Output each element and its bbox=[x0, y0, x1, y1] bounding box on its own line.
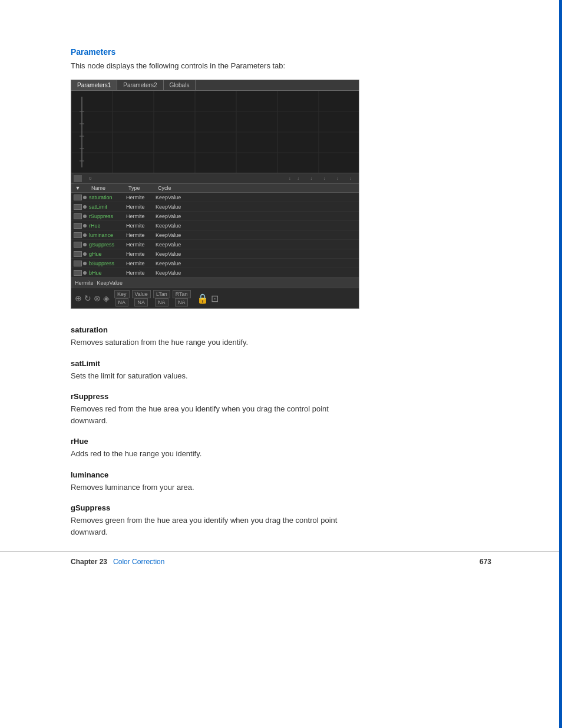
param-name-luminance: luminance bbox=[71, 470, 491, 479]
graph-svg bbox=[71, 91, 359, 173]
edit-icon[interactable] bbox=[74, 175, 82, 182]
lock-icon[interactable]: 🔒 bbox=[197, 293, 209, 304]
param-name-rSuppress: rSuppress bbox=[71, 392, 491, 401]
row-type: Hermite bbox=[126, 261, 156, 266]
row-type: Hermite bbox=[126, 204, 156, 210]
param-desc-luminance: Removes luminance from your area. bbox=[71, 482, 491, 493]
table-row[interactable]: saturation Hermite KeepValue bbox=[71, 193, 359, 202]
row-name: rSuppress bbox=[89, 213, 126, 219]
col-type: Type bbox=[128, 185, 158, 191]
row-type: Hermite bbox=[126, 270, 156, 276]
row-check[interactable] bbox=[74, 232, 82, 238]
page-footer: Chapter 23 Color Correction 673 bbox=[0, 551, 562, 566]
param-desc-saturation: Removes saturation from the hue range yo… bbox=[71, 337, 491, 348]
footer-chapter-name: Color Correction bbox=[113, 558, 164, 566]
ltan-field-label: LTan bbox=[153, 290, 170, 298]
row-check[interactable] bbox=[74, 195, 82, 200]
row-name: satLimit bbox=[89, 204, 126, 210]
row-check[interactable] bbox=[74, 270, 82, 276]
row-cycle: KeepValue bbox=[156, 195, 188, 200]
row-check[interactable] bbox=[74, 223, 82, 229]
value-field-label: Value bbox=[132, 290, 151, 298]
scale-icon[interactable]: ⊗ bbox=[94, 294, 101, 303]
col-name: Name bbox=[90, 185, 128, 191]
hermite-label: Hermite bbox=[75, 280, 94, 286]
right-blue-bar bbox=[559, 0, 562, 728]
row-name: saturation bbox=[89, 195, 126, 200]
parameters-ui: Parameters1 Parameters2 Globals bbox=[71, 80, 359, 309]
move-icon[interactable]: ⊕ bbox=[75, 294, 82, 303]
rtan-field-value[interactable]: NA bbox=[175, 298, 189, 307]
keyframe-bar: ⊕ ↻ ⊗ ◈ Key NA Value NA LTan NA RTa bbox=[71, 288, 359, 308]
graph-edit-bar: 0 ↓ ↓ ↓ ↓ ↓ ↓ bbox=[71, 173, 359, 184]
table-row[interactable]: gHue Hermite KeepValue bbox=[71, 249, 359, 259]
section-title: Parameters bbox=[71, 47, 491, 57]
table-row[interactable]: bSuppress Hermite KeepValue bbox=[71, 259, 359, 268]
row-type: Hermite bbox=[126, 195, 156, 200]
row-name: rHue bbox=[89, 223, 126, 229]
row-name: bSuppress bbox=[89, 261, 126, 266]
param-saturation: saturation Removes saturation from the h… bbox=[71, 325, 491, 348]
row-cycle: KeepValue bbox=[156, 261, 188, 266]
row-name: gSuppress bbox=[89, 242, 126, 248]
tab-globals[interactable]: Globals bbox=[164, 80, 196, 90]
row-dot bbox=[83, 271, 87, 275]
table-row[interactable]: rSuppress Hermite KeepValue bbox=[71, 212, 359, 221]
row-cycle: KeepValue bbox=[156, 223, 188, 229]
key-icon[interactable]: ◈ bbox=[103, 294, 110, 303]
footer-page: 673 bbox=[480, 558, 491, 566]
page-container: Parameters This node displays the follow… bbox=[0, 0, 562, 584]
params-table: saturation Hermite KeepValue satLimit He… bbox=[71, 193, 359, 278]
row-type: Hermite bbox=[126, 242, 156, 248]
row-name: bHue bbox=[89, 270, 126, 276]
row-name: luminance bbox=[89, 232, 126, 238]
row-check[interactable] bbox=[74, 213, 82, 219]
param-name-rHue: rHue bbox=[71, 437, 491, 446]
param-rHue: rHue Adds red to the hue range you ident… bbox=[71, 437, 491, 460]
row-check[interactable] bbox=[74, 251, 82, 257]
table-row[interactable]: satLimit Hermite KeepValue bbox=[71, 202, 359, 212]
row-dot bbox=[83, 262, 87, 265]
row-dot bbox=[83, 224, 87, 228]
param-desc-rHue: Adds red to the hue range you identify. bbox=[71, 448, 491, 460]
row-cycle: KeepValue bbox=[156, 232, 188, 238]
row-cycle: KeepValue bbox=[156, 270, 188, 276]
param-name-gSuppress: gSuppress bbox=[71, 503, 491, 512]
col-check: ▼ bbox=[74, 185, 82, 191]
row-cycle: KeepValue bbox=[156, 213, 188, 219]
param-name-satLimit: satLimit bbox=[71, 359, 491, 368]
param-luminance: luminance Removes luminance from your ar… bbox=[71, 470, 491, 493]
keepvalue-label: KeepValue bbox=[97, 280, 123, 286]
table-header: ▼ Name Type Cycle bbox=[71, 184, 359, 193]
table-row[interactable]: luminance Hermite KeepValue bbox=[71, 230, 359, 240]
value-field-value[interactable]: NA bbox=[134, 298, 148, 307]
expand-icon[interactable]: ⊡ bbox=[211, 293, 219, 304]
graph-area bbox=[71, 91, 359, 173]
row-check[interactable] bbox=[74, 204, 82, 210]
table-row[interactable]: rHue Hermite KeepValue bbox=[71, 221, 359, 230]
param-desc-gSuppress: Removes green from the hue area you iden… bbox=[71, 515, 491, 538]
ltan-field-value[interactable]: NA bbox=[155, 298, 168, 307]
hermite-bar: Hermite KeepValue bbox=[71, 278, 359, 288]
row-dot bbox=[83, 243, 87, 246]
col-cycle: Cycle bbox=[158, 185, 190, 191]
tab-parameters1[interactable]: Parameters1 bbox=[71, 80, 117, 90]
rtan-field-label: RTan bbox=[173, 290, 191, 298]
row-cycle: KeepValue bbox=[156, 204, 188, 210]
row-check[interactable] bbox=[74, 261, 82, 266]
row-type: Hermite bbox=[126, 213, 156, 219]
param-rSuppress: rSuppress Removes red from the hue area … bbox=[71, 392, 491, 426]
col-dot bbox=[82, 185, 90, 191]
rotate-icon[interactable]: ↻ bbox=[84, 294, 91, 303]
key-field-value[interactable]: NA bbox=[115, 298, 129, 307]
row-check[interactable] bbox=[74, 242, 82, 248]
table-row[interactable]: bHue Hermite KeepValue bbox=[71, 268, 359, 278]
param-name-saturation: saturation bbox=[71, 325, 491, 334]
row-cycle: KeepValue bbox=[156, 251, 188, 257]
row-name: gHue bbox=[89, 251, 126, 257]
params-tabs: Parameters1 Parameters2 Globals bbox=[71, 80, 359, 91]
tab-parameters2[interactable]: Parameters2 bbox=[117, 80, 163, 90]
table-row[interactable]: gSuppress Hermite KeepValue bbox=[71, 240, 359, 249]
param-desc-satLimit: Sets the limit for saturation values. bbox=[71, 370, 491, 382]
row-type: Hermite bbox=[126, 232, 156, 238]
